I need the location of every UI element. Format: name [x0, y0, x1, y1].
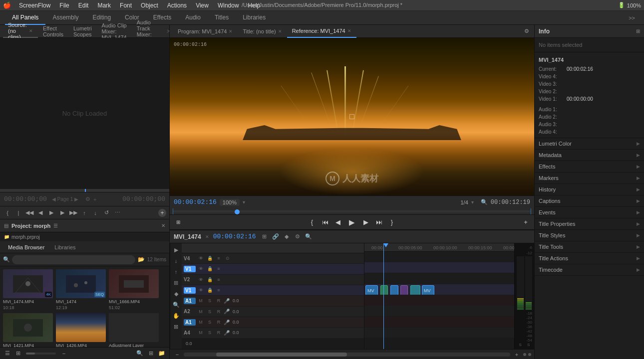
- more-tabs-button[interactable]: >>: [625, 13, 639, 23]
- track-solo-a2[interactable]: S: [206, 308, 214, 316]
- right-item-effects[interactable]: Effects ▶: [535, 161, 644, 173]
- clip-lane-v4[interactable]: [364, 252, 514, 263]
- tl-zoom-out[interactable]: −: [173, 350, 182, 359]
- track-target-v4[interactable]: ⊙: [224, 254, 232, 262]
- timeline-scrollbar[interactable]: [184, 353, 510, 357]
- program-fraction[interactable]: 1/4: [460, 199, 468, 205]
- source-step-back[interactable]: ◀◀: [25, 208, 34, 217]
- source-tab-close[interactable]: ✕: [29, 28, 33, 33]
- source-play[interactable]: ▶: [47, 208, 56, 217]
- timeline-scrollbar-thumb[interactable]: [216, 353, 347, 357]
- track-solo-a4[interactable]: S: [206, 329, 214, 337]
- right-item-title-actions[interactable]: Title Actions ▶: [535, 253, 644, 264]
- clip-lane-a4[interactable]: [364, 328, 514, 339]
- scrub-head[interactable]: [235, 209, 240, 214]
- program-scrub-area[interactable]: [170, 208, 534, 214]
- track-eye-v2[interactable]: 👁: [197, 276, 205, 284]
- tl-left-collapse[interactable]: ▶: [172, 245, 181, 254]
- tl-tool-marker[interactable]: ◆: [282, 232, 291, 241]
- source-plus-icon[interactable]: +: [93, 196, 96, 202]
- add-marker-btn[interactable]: +: [520, 217, 531, 228]
- project-subtab-libraries[interactable]: Libraries: [50, 243, 79, 251]
- prog-tab-title[interactable]: Title: (no title) ✕: [238, 25, 287, 38]
- track-rec-a2[interactable]: R: [215, 308, 223, 316]
- track-mute-a1[interactable]: M: [197, 297, 205, 305]
- project-list-icon[interactable]: ⊞: [146, 349, 155, 358]
- new-folder-icon[interactable]: 📂: [137, 256, 145, 264]
- search-input[interactable]: [12, 255, 135, 264]
- tl-tool-link[interactable]: 🔗: [271, 232, 280, 241]
- zoom-icon[interactable]: 🔍: [481, 199, 488, 205]
- right-item-captions[interactable]: Captions ▶: [535, 195, 644, 207]
- track-mic-a4[interactable]: 🎤: [224, 330, 230, 336]
- project-hamburger[interactable]: ☰: [53, 223, 58, 228]
- right-expand-btn[interactable]: ⊞: [636, 28, 640, 34]
- tab-libraries[interactable]: Libraries: [236, 11, 273, 25]
- source-tab-effectcontrols[interactable]: Effect Controls: [38, 25, 68, 38]
- tab-assembly[interactable]: Assembly: [45, 11, 85, 25]
- track-mute-a2[interactable]: M: [197, 308, 205, 316]
- source-timecode-out[interactable]: 00:00:00;00: [122, 195, 165, 203]
- project-new-bin[interactable]: 📁: [157, 349, 166, 358]
- tl-left-out[interactable]: ↑: [172, 267, 181, 276]
- track-mic-a1b[interactable]: 🎤: [224, 320, 230, 325]
- tl-center-dot2[interactable]: [528, 353, 531, 356]
- track-solo-a1b[interactable]: S: [206, 318, 214, 326]
- list-item[interactable]: MVI_1426.MP4 4:01: [56, 313, 106, 347]
- project-zoom-out[interactable]: −: [59, 349, 68, 358]
- list-item[interactable]: MVI_1421.MP4 13:03: [3, 313, 53, 347]
- tl-tool-zoom[interactable]: 🔍: [304, 232, 313, 241]
- track-settings-v2[interactable]: ≡: [215, 276, 223, 284]
- track-label-a1[interactable]: A1: [184, 298, 196, 304]
- play-btn[interactable]: ▶: [345, 216, 358, 229]
- track-mute-a1b[interactable]: M: [197, 318, 205, 326]
- go-to-out-btn[interactable]: ⏭: [373, 217, 384, 228]
- track-lock-v4[interactable]: 🔒: [206, 254, 214, 262]
- track-mute-a4[interactable]: M: [197, 329, 205, 337]
- menu-screenflow[interactable]: ScreenFlow: [15, 1, 54, 10]
- right-item-metadata[interactable]: Metadata ▶: [535, 150, 644, 161]
- source-mark-out[interactable]: |: [14, 208, 23, 217]
- track-rec-a1[interactable]: R: [215, 297, 223, 305]
- prog-tab-reference[interactable]: Reference: MVI_1474 ✕: [287, 25, 356, 38]
- source-tab-lumetri[interactable]: Lumetri Scopes: [68, 25, 97, 38]
- clip-mvi4[interactable]: [400, 285, 408, 295]
- source-insert[interactable]: ↑: [80, 208, 89, 217]
- clip-mvi1[interactable]: MV: [365, 285, 378, 295]
- tl-zoom-in[interactable]: +: [512, 350, 521, 359]
- sequence-close[interactable]: ✕: [205, 234, 209, 239]
- project-list-view[interactable]: ☰: [3, 349, 12, 358]
- tl-left-hand[interactable]: ✋: [172, 311, 181, 320]
- track-mic-a2[interactable]: 🎤: [224, 309, 230, 314]
- track-solo-a1[interactable]: S: [206, 297, 214, 305]
- project-close[interactable]: ✕: [161, 223, 165, 228]
- fraction-dropdown[interactable]: ▾: [471, 199, 474, 205]
- track-mic-a1[interactable]: 🎤: [224, 298, 230, 304]
- menu-font[interactable]: Font: [116, 1, 136, 10]
- menu-view[interactable]: View: [192, 1, 213, 10]
- project-grid-view[interactable]: ⊞: [13, 349, 22, 358]
- program-zoom[interactable]: 100%: [220, 199, 240, 206]
- track-settings-v4[interactable]: ≡: [215, 254, 223, 262]
- prog-tab-program-close[interactable]: ✕: [229, 29, 233, 34]
- right-item-title-tools[interactable]: Title Tools ▶: [535, 241, 644, 253]
- track-label-a1b[interactable]: A1: [184, 319, 196, 326]
- menu-file[interactable]: File: [55, 1, 73, 10]
- menu-mark[interactable]: Mark: [93, 1, 115, 10]
- source-settings-icon[interactable]: ⚙: [85, 196, 90, 202]
- track-rec-a4[interactable]: R: [215, 329, 223, 337]
- source-tab-audiotrackmixer[interactable]: Audio Track Mixer: MVI_1474: [132, 25, 167, 38]
- tl-left-zoom[interactable]: 🔍: [172, 300, 181, 309]
- tl-tool-snap[interactable]: ⊞: [260, 232, 269, 241]
- track-lock-v1b[interactable]: 🔒: [206, 286, 214, 294]
- track-eye-v1b[interactable]: 👁: [197, 286, 205, 294]
- track-settings-v1b[interactable]: ≡: [215, 286, 223, 294]
- right-item-lumetri[interactable]: Lumetri Color ▶: [535, 138, 644, 150]
- track-eye-v4[interactable]: 👁: [197, 254, 205, 262]
- source-add-btn[interactable]: +: [158, 209, 166, 217]
- clip-lane-a1[interactable]: [364, 295, 514, 306]
- right-item-timecode[interactable]: Timecode ▶: [535, 264, 644, 276]
- list-item[interactable]: MVI_1666.MP4 51:02: [109, 269, 159, 310]
- source-tab-noclips[interactable]: Source: (no clips) ✕: [3, 25, 38, 38]
- tl-left-slip[interactable]: ⊠: [172, 322, 181, 331]
